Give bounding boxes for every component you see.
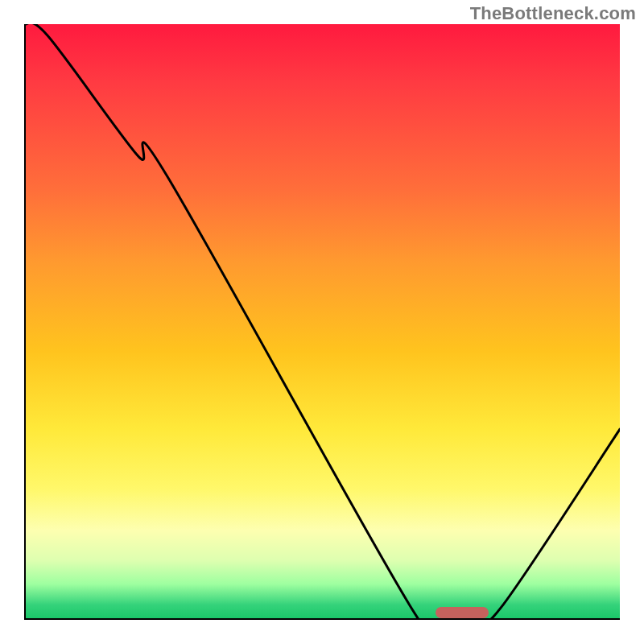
plot-area [24, 24, 620, 620]
gradient-background [24, 24, 620, 620]
attribution-text: TheBottleneck.com [470, 3, 636, 24]
optimal-marker [436, 607, 489, 618]
chart-container: TheBottleneck.com [0, 0, 644, 644]
